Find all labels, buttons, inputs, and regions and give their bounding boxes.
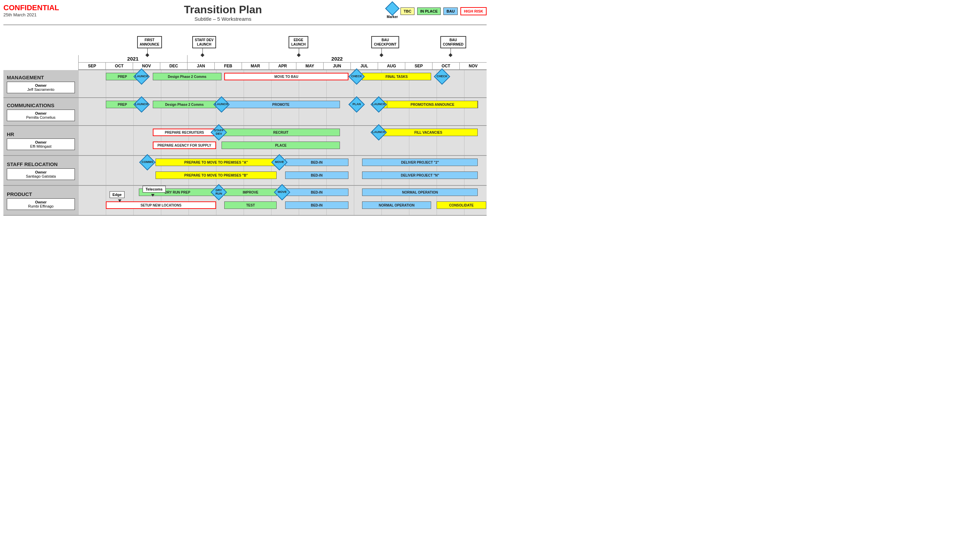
diamond-label: PLAN (353, 103, 361, 106)
gantt-bar: Design Phase 2 Comms (153, 101, 216, 108)
legend-marker-container: Marker (387, 3, 398, 19)
workstream-hr: HROwnerEffi MitingastPREPARE RECRUITERSR… (3, 126, 487, 156)
grid-line (133, 156, 134, 185)
ws-label-communications: COMMUNICATIONSOwnerPernilla Cornelius (3, 98, 78, 125)
owner-name: Jeff Sacramento (10, 87, 72, 92)
gantt-bar: PREPARE RECRUITERS (153, 129, 216, 136)
section-title: MANAGEMENT (7, 74, 75, 80)
gantt-bar: DELIVER PROJECT "N" (362, 171, 478, 179)
legend-inplace: IN PLACE (417, 8, 441, 15)
owner-box: OwnerSantiago Gatstata (7, 168, 75, 180)
diamond-marker: DRY RUN (211, 184, 227, 200)
diamond-label: CHECK (351, 75, 362, 78)
diamond-marker: COMMS (139, 154, 155, 171)
diamond-marker: PLAN (348, 96, 365, 113)
diamond-label: CHECK (437, 75, 448, 78)
callout-arrow-icon (118, 199, 121, 202)
grid-line (78, 126, 79, 155)
month-header: SEPOCTNOVDECJANFEBMARAPRMAYJUNJULAUGSEPO… (78, 62, 487, 70)
ws-label-hr: HROwnerEffi Mitingast (3, 126, 78, 155)
section-title: HR (7, 131, 75, 137)
diamond-marker: MOVE (274, 184, 290, 200)
section-title: COMMUNICATIONS (7, 102, 75, 108)
month-cell: APR (269, 62, 296, 69)
ws-content-product: DRY RUN PREPIMPROVEBED-INNORMAL OPERATIO… (78, 186, 487, 215)
gantt-bar: PLACE (222, 141, 340, 149)
title-block: Transition Plan Subtitle – 5 Workstreams (184, 3, 262, 22)
owner-name: Santiago Gatstata (10, 174, 72, 178)
grid-line (354, 186, 354, 215)
grid-line (78, 70, 79, 97)
gantt-bar: TEST (224, 202, 277, 209)
owner-label: Owner (10, 84, 72, 87)
grid-line (106, 126, 106, 155)
owner-box: OwnerRumbi Effinago (7, 199, 75, 210)
milestone-label: FIRST ANNOUNCE (137, 36, 163, 48)
month-cell: OCT (105, 62, 133, 69)
gantt-bar: NORMAL OPERATION (362, 202, 431, 209)
owner-label: Owner (10, 200, 72, 204)
ws-label-staff_relocation: STAFF RELOCATIONOwnerSantiago Gatstata (3, 156, 78, 185)
owner-name: Rumbi Effinago (10, 204, 72, 208)
diamond-label: LAUNCH (372, 131, 385, 134)
date-label: 25th March 2021 (3, 12, 59, 17)
timeline-area: FIRST ANNOUNCESTAFF DEV LAUNCHEDGE LAUNC… (3, 28, 487, 216)
ws-label-management: MANAGEMENTOwnerJeff Sacramento (3, 70, 78, 97)
milestone-label: BAU CONFIRMED (440, 36, 466, 48)
main-title: Transition Plan (184, 3, 262, 16)
diamond-label: LAUNCH (372, 103, 385, 106)
diamond-label: LAUNCH (135, 75, 148, 78)
diamond-marker: LAUNCH (371, 96, 387, 113)
month-cell: JUN (323, 62, 350, 69)
diamond-marker: LAUNCH (371, 124, 387, 141)
diamond-label: MOVE (277, 190, 287, 194)
gantt-bar: CONSOLIDATE (437, 202, 486, 209)
owner-box: OwnerPernilla Cornelius (7, 110, 75, 121)
diamond-label: STAFF DEV (214, 129, 223, 136)
page: CONFIDENTIAL 25th March 2021 Transition … (0, 0, 490, 219)
ws-content-communications: PREPDesign Phase 2 CommsPROMOTETEAM BUIL… (78, 98, 487, 125)
workstream-staff_relocation: STAFF RELOCATIONOwnerSantiago GatstataPR… (3, 156, 487, 186)
month-cell: AUG (378, 62, 405, 69)
owner-box: OwnerJeff Sacramento (7, 82, 75, 93)
diamond-label: MOVE (275, 161, 284, 164)
gantt-bar: IMPROVE (224, 189, 277, 196)
gantt-bar: RECRUIT (222, 129, 340, 136)
gantt-bar: FILL VACANCIES (379, 129, 478, 136)
ws-content-hr: PREPARE RECRUITERSRECRUITFILL VACANCIESP… (78, 126, 487, 155)
gantt-bar: FINAL TASKS (362, 73, 431, 80)
legend-bau: BAU (443, 8, 458, 15)
gantt-bar: PREPARE TO MOVE TO PREMISES "B" (156, 171, 277, 179)
month-cell: SEP (405, 62, 432, 69)
month-cell: MAR (241, 62, 269, 69)
month-cell: MAY (296, 62, 323, 69)
grid-line (78, 186, 79, 215)
month-cell: SEP (78, 62, 105, 69)
owner-box: OwnerEffi Mitingast (7, 138, 75, 150)
milestones-area: FIRST ANNOUNCESTAFF DEV LAUNCHEDGE LAUNC… (78, 28, 487, 55)
gantt-bar: PREPARE AGENCY FOR SUPPLY (153, 141, 216, 149)
diamond-label: LAUNCH (135, 103, 148, 106)
grid-line (106, 186, 106, 215)
ws-content-management: PREPDesign Phase 2 CommsMOVE TO BAUFINAL… (78, 70, 487, 97)
diamond-label: DRY RUN (215, 189, 222, 195)
grid-line (464, 70, 465, 97)
month-cell: NOV (133, 62, 160, 69)
owner-label: Owner (10, 111, 72, 115)
confidential-label: CONFIDENTIAL (3, 3, 59, 12)
section-title: PRODUCT (7, 191, 75, 197)
grid-line (354, 156, 354, 185)
owner-name: Effi Mitingast (10, 144, 72, 148)
year-label: 2021 (78, 55, 187, 62)
diamond-label: COMMS (141, 161, 153, 164)
workstream-communications: COMMUNICATIONSOwnerPernilla CorneliusPRE… (3, 98, 487, 126)
header-left: CONFIDENTIAL 25th March 2021 (3, 3, 59, 17)
gantt-bar: BED-IN (285, 189, 348, 196)
year-header: 20212022 (78, 55, 487, 62)
workstream-management: MANAGEMENTOwnerJeff SacramentoPREPDesign… (3, 70, 487, 98)
grid-line (133, 186, 134, 215)
diamond-marker: STAFF DEV (211, 124, 227, 141)
month-cell: JAN (187, 62, 214, 69)
milestone-label: STAFF DEV LAUNCH (192, 36, 217, 48)
year-label: 2022 (187, 55, 487, 62)
